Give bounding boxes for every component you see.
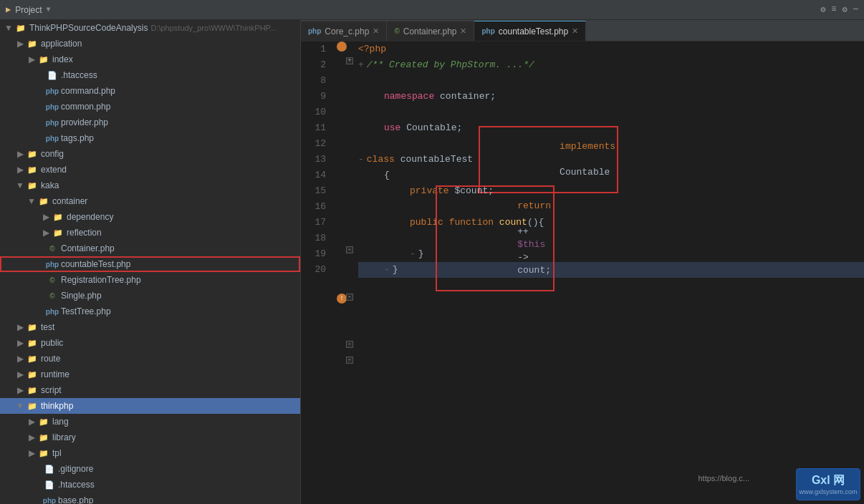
space-9 <box>434 89 440 105</box>
container-dir-icon: 📁 <box>37 197 50 206</box>
tree-reflection[interactable]: ▶ 📁 reflection <box>0 225 300 241</box>
fold-line19[interactable]: - <box>346 341 353 348</box>
reflection-arrow[interactable]: ▶ <box>40 228 52 238</box>
extend-arrow[interactable]: ▶ <box>14 165 26 175</box>
tree-thinkphp[interactable]: ▼ 📁 thinkphp <box>0 398 300 414</box>
command-label: command.php <box>61 86 115 96</box>
tree-RegistrationTree-php[interactable]: © RegistrationTree.php <box>0 272 300 288</box>
fold-indicator-19: - <box>410 246 416 262</box>
code-line-20: - } <box>358 262 864 278</box>
common-label: common.php <box>61 102 110 112</box>
tree-root[interactable]: ▼ 📁 ThinkPHPSourceCodeAnalysis D:\phpstu… <box>0 20 300 36</box>
code-area[interactable]: 1 2 8 9 10 11 12 13 14 15 16 17 18 19 20 <box>301 42 864 504</box>
tree-Single-php[interactable]: © Single.php <box>0 288 300 304</box>
tree-provider[interactable]: php provider.php <box>0 115 300 130</box>
tree-command[interactable]: php command.php <box>0 83 300 99</box>
tree-kaka[interactable]: ▼ 📁 kaka <box>0 178 300 193</box>
gitignore-label: .gitignore <box>58 464 93 474</box>
runtime-arrow[interactable]: ▶ <box>14 369 26 379</box>
tree-TestTree-php[interactable]: php TestTree.php <box>0 304 300 319</box>
dependency-arrow[interactable]: ▶ <box>40 212 52 222</box>
Single-php-icon: © <box>46 292 59 300</box>
provider-php-icon: php <box>46 119 59 127</box>
fold-line20[interactable]: - <box>346 357 353 364</box>
application-arrow[interactable]: ▶ <box>14 39 26 49</box>
htaccess1-icon: 📄 <box>46 71 59 80</box>
library-arrow[interactable]: ▶ <box>26 432 37 442</box>
TestTree-php-label: TestTree.php <box>61 306 111 316</box>
base-php-icon: php <box>43 497 56 505</box>
tree-extend[interactable]: ▶ 📁 extend <box>0 162 300 178</box>
tab-core-c[interactable]: php Core_c.php ✕ <box>301 21 387 41</box>
container-dir-arrow[interactable]: ▼ <box>26 196 37 206</box>
tree-htaccess2[interactable]: 📄 .htaccess <box>0 477 300 493</box>
tree-test[interactable]: ▶ 📁 test <box>0 319 300 335</box>
provider-label: provider.php <box>61 117 108 127</box>
settings-icon[interactable]: ⚙ <box>843 4 848 15</box>
line-num-16: 16 <box>301 199 326 215</box>
kw-use-11: use <box>384 120 400 136</box>
application-label: application <box>41 39 82 49</box>
tree-application[interactable]: ▶ 📁 application <box>0 36 300 52</box>
public-folder-icon: 📁 <box>26 339 39 348</box>
configure-icon[interactable]: ⚙ <box>820 4 825 15</box>
tree-route[interactable]: ▶ 📁 route <box>0 351 300 367</box>
htaccess2-icon: 📄 <box>43 480 56 490</box>
index-arrow[interactable]: ▶ <box>26 54 37 64</box>
tree-gitignore[interactable]: 📄 .gitignore <box>0 461 300 477</box>
implements-block: implements Countable <box>479 126 618 193</box>
fold-line2[interactable]: + <box>346 57 353 64</box>
tree-config[interactable]: ▶ 📁 config <box>0 146 300 162</box>
tree-container-dir[interactable]: ▼ 📁 container <box>0 193 300 209</box>
tab-countableTest[interactable]: php countableTest.php ✕ <box>474 21 586 41</box>
tree-Container-php[interactable]: © Container.php <box>0 241 300 256</box>
extend-label: extend <box>41 165 67 175</box>
tree-public[interactable]: ▶ 📁 public <box>0 335 300 351</box>
test-arrow[interactable]: ▶ <box>14 322 26 332</box>
tree-script[interactable]: ▶ 📁 script <box>0 382 300 398</box>
gxl-sub-text: www.gxlsystem.com <box>799 488 857 495</box>
thinkphp-arrow[interactable]: ▼ <box>14 401 26 411</box>
code-line-17: public function count (){ <box>358 215 864 231</box>
code-line-2: + /** Created by PhpStorm. ...*/ <box>358 57 864 73</box>
tree-tpl[interactable]: ▶ 📁 tpl <box>0 445 300 461</box>
tab-countableTest-close[interactable]: ✕ <box>572 26 578 36</box>
layout-icon[interactable]: ≡ <box>831 4 836 15</box>
tree-base-php[interactable]: php base.php <box>0 493 300 504</box>
tree-lang[interactable]: ▶ 📁 lang <box>0 414 300 430</box>
tpl-arrow[interactable]: ▶ <box>26 448 37 458</box>
fold-line13[interactable]: - <box>346 246 353 253</box>
tree-index[interactable]: ▶ 📁 index <box>0 52 300 67</box>
tree-runtime[interactable]: ▶ 📁 runtime <box>0 367 300 382</box>
config-arrow[interactable]: ▶ <box>14 149 26 159</box>
tree-common[interactable]: php common.php <box>0 99 300 115</box>
config-folder-icon: 📁 <box>26 150 39 159</box>
tree-countableTest-php[interactable]: php countableTest.php <box>0 256 300 272</box>
kaka-arrow[interactable]: ▼ <box>14 180 26 190</box>
line-numbers: 1 2 8 9 10 11 12 13 14 15 16 17 18 19 20 <box>301 42 333 504</box>
library-folder-icon: 📁 <box>37 433 50 442</box>
tab-container-close[interactable]: ✕ <box>460 26 466 36</box>
lang-arrow[interactable]: ▶ <box>26 417 37 427</box>
public-arrow[interactable]: ▶ <box>14 338 26 348</box>
script-arrow[interactable]: ▶ <box>14 385 26 395</box>
countableTest-php-label: countableTest.php <box>61 259 130 269</box>
htaccess1-label: .htaccess <box>61 70 97 80</box>
tab-core-c-close[interactable]: ✕ <box>373 26 379 36</box>
tree-dependency[interactable]: ▶ 📁 dependency <box>0 209 300 225</box>
extend-folder-icon: 📁 <box>26 165 39 175</box>
minimize-icon[interactable]: — <box>853 4 858 15</box>
tree-htaccess1[interactable]: 📄 .htaccess <box>0 67 300 83</box>
tree-library[interactable]: ▶ 📁 library <box>0 430 300 445</box>
fold-indicator-2: + <box>358 57 364 73</box>
dropdown-arrow[interactable]: ▼ <box>47 6 51 14</box>
fold-line17[interactable]: - <box>346 294 353 301</box>
line-num-9: 9 <box>301 89 326 105</box>
route-arrow[interactable]: ▶ <box>14 354 26 364</box>
tab-container[interactable]: © Container.php ✕ <box>387 21 474 41</box>
code-line-13: - class countableTest implements Countab… <box>358 152 864 168</box>
index-folder-icon: 📁 <box>37 55 50 64</box>
public-label: public <box>41 338 63 348</box>
tree-tags[interactable]: php tags.php <box>0 130 300 146</box>
root-arrow[interactable]: ▼ <box>3 23 14 33</box>
